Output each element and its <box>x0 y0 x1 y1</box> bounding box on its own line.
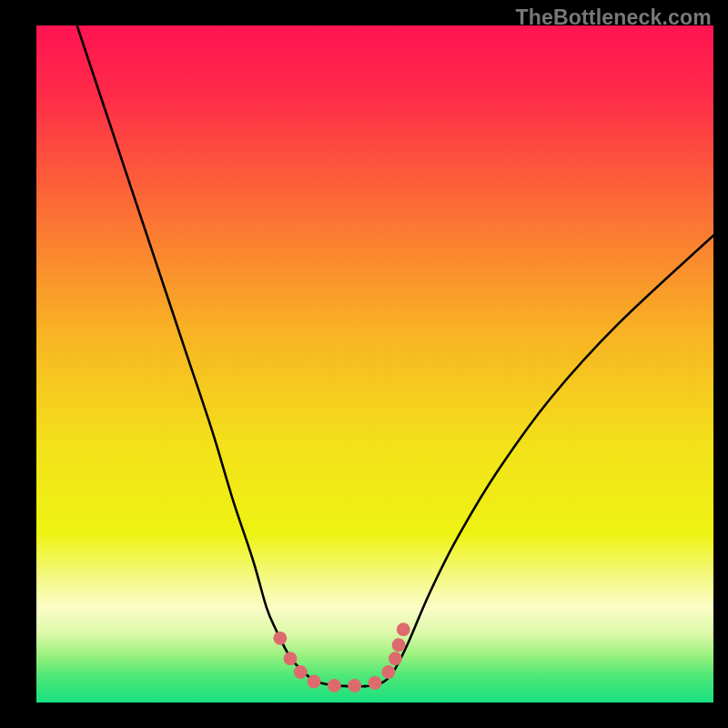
trough-marker <box>294 665 308 679</box>
trough-marker <box>397 622 410 636</box>
chart-frame: TheBottleneck.com <box>0 0 728 728</box>
trough-marker <box>389 652 402 665</box>
trough-marker <box>284 652 298 665</box>
trough-marker <box>392 638 406 652</box>
watermark-text: TheBottleneck.com <box>515 5 712 30</box>
trough-marker <box>369 676 382 690</box>
trough-marker <box>348 679 361 693</box>
curve-layer <box>36 25 713 703</box>
trough-marker <box>328 679 341 693</box>
trough-marker <box>273 632 287 645</box>
left-curve <box>77 25 365 686</box>
trough-markers <box>273 622 410 693</box>
trough-marker <box>308 674 321 688</box>
right-curve <box>365 236 713 687</box>
plot-area <box>36 25 713 703</box>
trough-marker <box>381 665 395 679</box>
